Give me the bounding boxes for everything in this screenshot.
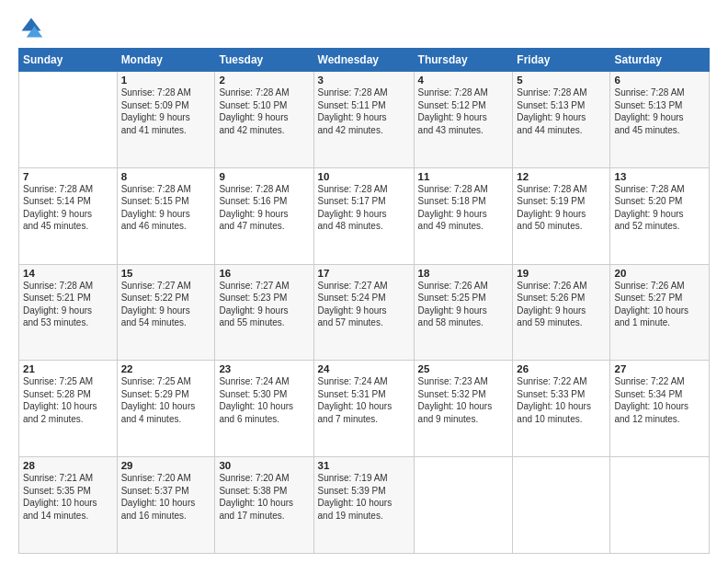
day-info: Sunrise: 7:20 AM Sunset: 5:38 PM Dayligh… bbox=[219, 472, 309, 522]
day-info: Sunrise: 7:26 AM Sunset: 5:25 PM Dayligh… bbox=[418, 280, 509, 329]
day-info: Sunrise: 7:24 AM Sunset: 5:31 PM Dayligh… bbox=[318, 375, 410, 425]
calendar-cell: 2Sunrise: 7:28 AM Sunset: 5:10 PM Daylig… bbox=[215, 72, 313, 168]
day-info: Sunrise: 7:28 AM Sunset: 5:21 PM Dayligh… bbox=[23, 280, 113, 329]
calendar-cell: 12Sunrise: 7:28 AM Sunset: 5:19 PM Dayli… bbox=[513, 167, 610, 264]
calendar-cell: 18Sunrise: 7:26 AM Sunset: 5:25 PM Dayli… bbox=[414, 264, 513, 361]
day-info: Sunrise: 7:23 AM Sunset: 5:32 PM Dayligh… bbox=[418, 375, 509, 425]
day-info: Sunrise: 7:28 AM Sunset: 5:13 PM Dayligh… bbox=[517, 86, 606, 136]
day-info: Sunrise: 7:28 AM Sunset: 5:17 PM Dayligh… bbox=[318, 183, 410, 233]
day-number: 1 bbox=[121, 75, 211, 86]
calendar-cell: 30Sunrise: 7:20 AM Sunset: 5:38 PM Dayli… bbox=[215, 457, 313, 554]
day-header-tuesday: Tuesday bbox=[215, 49, 313, 72]
day-number: 15 bbox=[121, 268, 211, 279]
day-info: Sunrise: 7:28 AM Sunset: 5:12 PM Dayligh… bbox=[418, 86, 509, 136]
day-header-friday: Friday bbox=[513, 49, 610, 72]
day-header-sunday: Sunday bbox=[19, 49, 118, 72]
day-info: Sunrise: 7:28 AM Sunset: 5:10 PM Dayligh… bbox=[219, 86, 309, 136]
day-info: Sunrise: 7:28 AM Sunset: 5:20 PM Dayligh… bbox=[614, 183, 705, 233]
calendar-cell bbox=[19, 72, 118, 168]
day-info: Sunrise: 7:28 AM Sunset: 5:11 PM Dayligh… bbox=[318, 86, 410, 136]
calendar-week-1: 7Sunrise: 7:28 AM Sunset: 5:14 PM Daylig… bbox=[19, 167, 710, 264]
day-number: 16 bbox=[219, 268, 309, 279]
day-number: 6 bbox=[614, 75, 705, 86]
calendar-cell: 23Sunrise: 7:24 AM Sunset: 5:30 PM Dayli… bbox=[215, 361, 313, 457]
day-info: Sunrise: 7:28 AM Sunset: 5:09 PM Dayligh… bbox=[121, 86, 211, 136]
calendar-cell: 8Sunrise: 7:28 AM Sunset: 5:15 PM Daylig… bbox=[117, 167, 215, 264]
day-number: 23 bbox=[219, 363, 309, 374]
day-info: Sunrise: 7:28 AM Sunset: 5:18 PM Dayligh… bbox=[418, 183, 509, 233]
calendar-cell: 19Sunrise: 7:26 AM Sunset: 5:26 PM Dayli… bbox=[513, 264, 610, 361]
day-number: 22 bbox=[121, 363, 211, 374]
day-info: Sunrise: 7:25 AM Sunset: 5:29 PM Dayligh… bbox=[121, 375, 211, 425]
calendar-cell bbox=[414, 457, 513, 554]
day-number: 7 bbox=[23, 171, 113, 182]
calendar-cell: 24Sunrise: 7:24 AM Sunset: 5:31 PM Dayli… bbox=[313, 361, 414, 457]
day-number: 19 bbox=[517, 268, 606, 279]
day-info: Sunrise: 7:22 AM Sunset: 5:34 PM Dayligh… bbox=[614, 375, 705, 425]
calendar: SundayMondayTuesdayWednesdayThursdayFrid… bbox=[18, 48, 710, 554]
calendar-cell bbox=[610, 457, 710, 554]
day-info: Sunrise: 7:21 AM Sunset: 5:35 PM Dayligh… bbox=[23, 472, 113, 522]
day-info: Sunrise: 7:28 AM Sunset: 5:15 PM Dayligh… bbox=[121, 183, 211, 233]
calendar-week-2: 14Sunrise: 7:28 AM Sunset: 5:21 PM Dayli… bbox=[19, 264, 710, 361]
calendar-cell: 25Sunrise: 7:23 AM Sunset: 5:32 PM Dayli… bbox=[414, 361, 513, 457]
day-info: Sunrise: 7:28 AM Sunset: 5:19 PM Dayligh… bbox=[517, 183, 606, 233]
day-info: Sunrise: 7:27 AM Sunset: 5:22 PM Dayligh… bbox=[121, 280, 211, 329]
day-info: Sunrise: 7:26 AM Sunset: 5:27 PM Dayligh… bbox=[614, 280, 705, 329]
day-number: 12 bbox=[517, 171, 606, 182]
day-number: 18 bbox=[418, 268, 509, 279]
calendar-cell: 9Sunrise: 7:28 AM Sunset: 5:16 PM Daylig… bbox=[215, 167, 313, 264]
day-number: 27 bbox=[614, 363, 705, 374]
day-number: 29 bbox=[121, 460, 211, 471]
day-info: Sunrise: 7:20 AM Sunset: 5:37 PM Dayligh… bbox=[121, 472, 211, 522]
calendar-cell bbox=[513, 457, 610, 554]
day-info: Sunrise: 7:24 AM Sunset: 5:30 PM Dayligh… bbox=[219, 375, 309, 425]
day-info: Sunrise: 7:26 AM Sunset: 5:26 PM Dayligh… bbox=[517, 280, 606, 329]
calendar-cell: 13Sunrise: 7:28 AM Sunset: 5:20 PM Dayli… bbox=[610, 167, 710, 264]
day-header-wednesday: Wednesday bbox=[313, 49, 414, 72]
day-info: Sunrise: 7:22 AM Sunset: 5:33 PM Dayligh… bbox=[517, 375, 606, 425]
calendar-cell: 29Sunrise: 7:20 AM Sunset: 5:37 PM Dayli… bbox=[117, 457, 215, 554]
day-number: 30 bbox=[219, 460, 309, 471]
calendar-cell: 28Sunrise: 7:21 AM Sunset: 5:35 PM Dayli… bbox=[19, 457, 118, 554]
calendar-header-row: SundayMondayTuesdayWednesdayThursdayFrid… bbox=[19, 49, 710, 72]
day-number: 8 bbox=[121, 171, 211, 182]
calendar-cell: 27Sunrise: 7:22 AM Sunset: 5:34 PM Dayli… bbox=[610, 361, 710, 457]
calendar-cell: 7Sunrise: 7:28 AM Sunset: 5:14 PM Daylig… bbox=[19, 167, 118, 264]
day-number: 20 bbox=[614, 268, 705, 279]
calendar-cell: 14Sunrise: 7:28 AM Sunset: 5:21 PM Dayli… bbox=[19, 264, 118, 361]
calendar-week-3: 21Sunrise: 7:25 AM Sunset: 5:28 PM Dayli… bbox=[19, 361, 710, 457]
day-header-monday: Monday bbox=[117, 49, 215, 72]
day-info: Sunrise: 7:28 AM Sunset: 5:13 PM Dayligh… bbox=[614, 86, 705, 136]
day-number: 11 bbox=[418, 171, 509, 182]
day-number: 4 bbox=[418, 75, 509, 86]
day-number: 17 bbox=[318, 268, 410, 279]
day-header-saturday: Saturday bbox=[610, 49, 710, 72]
day-info: Sunrise: 7:28 AM Sunset: 5:14 PM Dayligh… bbox=[23, 183, 113, 233]
day-number: 5 bbox=[517, 75, 606, 86]
day-number: 21 bbox=[23, 363, 113, 374]
calendar-week-4: 28Sunrise: 7:21 AM Sunset: 5:35 PM Dayli… bbox=[19, 457, 710, 554]
day-info: Sunrise: 7:28 AM Sunset: 5:16 PM Dayligh… bbox=[219, 183, 309, 233]
calendar-cell: 5Sunrise: 7:28 AM Sunset: 5:13 PM Daylig… bbox=[513, 72, 610, 168]
calendar-cell: 22Sunrise: 7:25 AM Sunset: 5:29 PM Dayli… bbox=[117, 361, 215, 457]
calendar-cell: 16Sunrise: 7:27 AM Sunset: 5:23 PM Dayli… bbox=[215, 264, 313, 361]
day-number: 2 bbox=[219, 75, 309, 86]
calendar-cell: 10Sunrise: 7:28 AM Sunset: 5:17 PM Dayli… bbox=[313, 167, 414, 264]
day-number: 9 bbox=[219, 171, 309, 182]
day-number: 24 bbox=[318, 363, 410, 374]
day-info: Sunrise: 7:27 AM Sunset: 5:24 PM Dayligh… bbox=[318, 280, 410, 329]
logo bbox=[18, 15, 48, 40]
day-info: Sunrise: 7:27 AM Sunset: 5:23 PM Dayligh… bbox=[219, 280, 309, 329]
calendar-cell: 31Sunrise: 7:19 AM Sunset: 5:39 PM Dayli… bbox=[313, 457, 414, 554]
day-info: Sunrise: 7:25 AM Sunset: 5:28 PM Dayligh… bbox=[23, 375, 113, 425]
day-number: 31 bbox=[318, 460, 410, 471]
day-number: 25 bbox=[418, 363, 509, 374]
calendar-cell: 3Sunrise: 7:28 AM Sunset: 5:11 PM Daylig… bbox=[313, 72, 414, 168]
day-number: 10 bbox=[318, 171, 410, 182]
calendar-cell: 26Sunrise: 7:22 AM Sunset: 5:33 PM Dayli… bbox=[513, 361, 610, 457]
day-number: 13 bbox=[614, 171, 705, 182]
logo-icon bbox=[18, 15, 44, 40]
calendar-cell: 4Sunrise: 7:28 AM Sunset: 5:12 PM Daylig… bbox=[414, 72, 513, 168]
day-header-thursday: Thursday bbox=[414, 49, 513, 72]
